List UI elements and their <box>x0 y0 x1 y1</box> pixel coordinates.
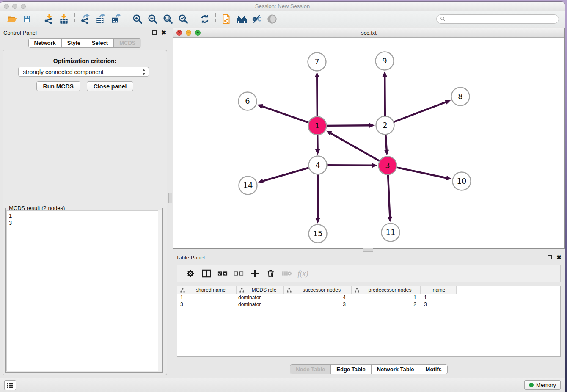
cell-shared-name[interactable]: 3 <box>177 301 237 307</box>
tab-mcds[interactable]: MCDS <box>113 39 141 47</box>
network-canvas[interactable]: 1234678910111415 <box>173 38 564 248</box>
graph-edge-4-14[interactable] <box>258 168 308 183</box>
tab-edge-table[interactable]: Edge Table <box>330 365 371 374</box>
tab-network-table[interactable]: Network Table <box>371 365 420 374</box>
graph-node-10[interactable]: 10 <box>453 172 471 190</box>
run-mcds-button[interactable]: Run MCDS <box>36 81 80 91</box>
graph-edge-2-9[interactable] <box>383 71 387 116</box>
float-panel-icon[interactable] <box>152 30 157 35</box>
export-image-icon[interactable] <box>108 12 124 26</box>
graph-node-9[interactable]: 9 <box>376 52 394 70</box>
cell-MCDS-role[interactable]: dominator <box>237 295 284 301</box>
hide-graphics-icon[interactable] <box>249 12 264 26</box>
export-table-icon[interactable] <box>93 12 108 26</box>
svg-text:7: 7 <box>314 57 319 66</box>
cell-shared-name[interactable]: 1 <box>177 295 237 301</box>
graph-node-14[interactable]: 14 <box>239 177 257 195</box>
mcds-result-list[interactable]: 13 <box>6 210 162 371</box>
cell-predecessor-nodes[interactable]: 1 <box>352 295 421 301</box>
search-input[interactable] <box>446 15 559 23</box>
zoom-fit-icon[interactable] <box>160 12 176 26</box>
graph-edge-1-6[interactable] <box>257 104 308 123</box>
main-titlebar: Session: New Session <box>0 2 565 11</box>
cell-MCDS-role[interactable]: dominator <box>237 301 284 307</box>
function-builder-disabled-icon: f(x) <box>295 266 311 281</box>
save-icon[interactable] <box>19 12 35 26</box>
table-panel: Table Panel ✖ <box>173 252 565 378</box>
close-panel-icon[interactable]: ✖ <box>161 30 166 35</box>
clone-network-icon[interactable] <box>219 12 234 26</box>
deselect-all-checkboxes-icon[interactable] <box>231 266 247 281</box>
close-panel-button[interactable]: Close panel <box>87 81 134 91</box>
refresh-icon[interactable] <box>197 12 212 26</box>
edge-arrowhead <box>315 72 319 77</box>
tab-network[interactable]: Network <box>29 39 61 47</box>
level-of-detail-icon[interactable] <box>264 12 280 26</box>
search-field[interactable] <box>436 14 559 24</box>
tab-node-table[interactable]: Node Table <box>290 365 330 374</box>
zoom-in-icon[interactable] <box>130 12 145 26</box>
export-network-icon[interactable] <box>78 12 93 26</box>
import-network-icon[interactable] <box>41 12 56 26</box>
import-table-icon[interactable] <box>56 12 72 26</box>
optimization-dropdown[interactable]: strongly connected component <box>18 67 149 77</box>
zoom-selected-icon[interactable] <box>176 12 191 26</box>
graph-edge-4-15[interactable] <box>315 175 320 224</box>
graph-node-7[interactable]: 7 <box>308 53 326 71</box>
graph-node-4[interactable]: 4 <box>309 156 327 174</box>
graph-edge-1-7[interactable] <box>315 72 319 116</box>
status-bar: Memory <box>0 378 565 392</box>
svg-text:9: 9 <box>382 56 387 65</box>
network-window-titlebar[interactable]: ✕ − + scc.txt <box>173 28 564 38</box>
add-column-icon[interactable] <box>247 266 263 281</box>
tab-select[interactable]: Select <box>86 39 113 47</box>
graph-edge-2-8[interactable] <box>394 100 451 122</box>
graph-node-15[interactable]: 15 <box>309 225 327 243</box>
graph-node-1[interactable]: 1 <box>308 117 327 135</box>
toggle-panes-icon[interactable] <box>198 266 215 281</box>
settings-gear-icon[interactable] <box>182 266 198 281</box>
graph-node-3[interactable]: 3 <box>379 157 397 175</box>
memory-button[interactable]: Memory <box>524 380 561 390</box>
table-row[interactable]: 1dominator411 <box>177 294 560 301</box>
task-history-button[interactable] <box>4 380 16 390</box>
select-all-checkboxes-icon[interactable] <box>215 266 231 281</box>
application-window: Session: New Session <box>0 2 565 392</box>
cell-successor-nodes[interactable]: 3 <box>284 301 352 307</box>
graph-edge-3-10[interactable] <box>397 168 452 180</box>
column-header-predecessor-nodes[interactable]: predecessor nodes <box>352 286 421 294</box>
column-header-successor-nodes[interactable]: successor nodes <box>284 286 352 294</box>
graph-edge-1-2[interactable] <box>327 123 375 128</box>
column-header-name[interactable]: name <box>421 286 457 294</box>
tab-motifs[interactable]: Motifs <box>420 365 447 374</box>
graph-edge-1-4[interactable] <box>315 135 320 155</box>
divider-grip[interactable] <box>168 193 172 203</box>
cell-name[interactable]: 3 <box>421 301 457 307</box>
graph-edge-3-1[interactable] <box>326 131 380 161</box>
tab-style[interactable]: Style <box>61 39 86 47</box>
horizontal-split-divider[interactable] <box>173 249 565 252</box>
column-header-MCDS-role[interactable]: MCDS role <box>237 286 284 294</box>
graph-edge-3-11[interactable] <box>388 175 392 222</box>
cell-successor-nodes[interactable]: 4 <box>284 295 352 301</box>
graph-node-11[interactable]: 11 <box>382 224 400 242</box>
delete-column-icon[interactable] <box>263 266 279 281</box>
graph-node-8[interactable]: 8 <box>451 88 470 106</box>
table-row[interactable]: 3dominator323 <box>177 301 560 308</box>
float-panel-icon[interactable] <box>548 255 552 259</box>
cell-predecessor-nodes[interactable]: 2 <box>352 301 421 307</box>
vertical-split-divider[interactable] <box>170 27 173 378</box>
divider-grip[interactable] <box>363 248 373 252</box>
open-folder-icon[interactable] <box>4 12 19 26</box>
result-scrollbar[interactable] <box>158 210 162 371</box>
zoom-out-icon[interactable] <box>145 12 160 26</box>
graph-node-2[interactable]: 2 <box>376 116 394 135</box>
cell-name[interactable]: 1 <box>421 295 457 301</box>
mcds-result-fieldset: MCDS result (2 nodes) 13 <box>5 208 163 373</box>
graph-edge-4-3[interactable] <box>327 163 377 168</box>
home-icon[interactable] <box>234 12 249 26</box>
graph-node-6[interactable]: 6 <box>239 92 257 110</box>
graph-edge-2-3[interactable] <box>384 135 389 155</box>
close-panel-icon[interactable]: ✖ <box>556 255 561 259</box>
column-header-shared-name[interactable]: shared name <box>177 286 237 294</box>
